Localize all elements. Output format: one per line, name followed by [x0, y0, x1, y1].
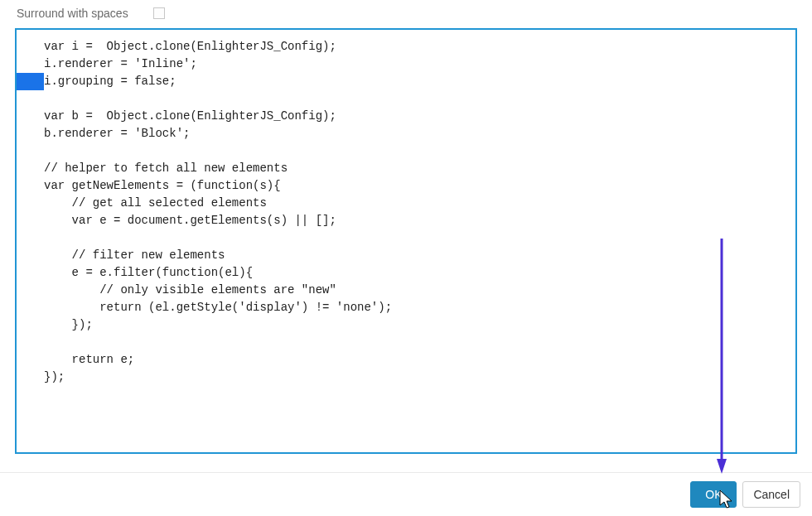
- dialog-footer: OK Cancel: [0, 472, 812, 516]
- code-line: var b = Object.clone(EnlighterJS_Config)…: [17, 108, 795, 125]
- code-line: [17, 334, 795, 351]
- code-textarea[interactable]: var i = Object.clone(EnlighterJS_Config)…: [15, 28, 797, 454]
- code-line: [17, 229, 795, 247]
- code-line: });: [17, 316, 795, 334]
- code-line: [17, 90, 795, 108]
- surround-with-spaces-label: Surround with spaces: [17, 7, 128, 20]
- code-line: i.grouping = false;: [17, 73, 795, 90]
- cancel-button[interactable]: Cancel: [742, 481, 800, 508]
- code-line: e = e.filter(function(el){: [17, 264, 795, 282]
- code-line: // only visible elements are "new": [17, 282, 795, 299]
- code-line: // helper to fetch all new elements: [17, 160, 795, 177]
- code-line: });: [17, 369, 795, 386]
- surround-with-spaces-checkbox[interactable]: [153, 7, 165, 19]
- code-line: i.renderer = 'Inline';: [17, 55, 795, 73]
- code-line: var e = document.getElements(s) || [];: [17, 212, 795, 229]
- code-line: var i = Object.clone(EnlighterJS_Config)…: [17, 38, 795, 55]
- code-line: // get all selected elements: [17, 195, 795, 212]
- code-line: return e;: [17, 351, 795, 369]
- code-line: return (el.getStyle('display') != 'none'…: [17, 299, 795, 316]
- selection-highlight: [17, 73, 44, 90]
- code-line: var getNewElements = (function(s){: [17, 177, 795, 195]
- code-line: // filter new elements: [17, 247, 795, 264]
- code-line: [17, 142, 795, 160]
- surround-with-spaces-option: Surround with spaces: [0, 0, 812, 28]
- code-line: b.renderer = 'Block';: [17, 125, 795, 142]
- ok-button[interactable]: OK: [690, 481, 737, 508]
